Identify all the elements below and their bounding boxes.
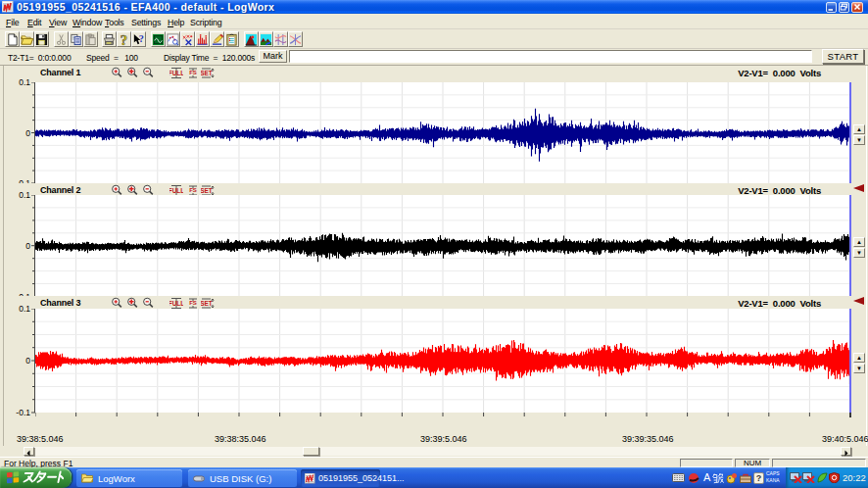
svg-text:SET: SET	[201, 186, 213, 193]
svg-text:SET: SET	[201, 300, 213, 307]
svg-text:?: ?	[121, 33, 127, 46]
svg-text:FULL: FULL	[169, 70, 183, 76]
svg-text:?: ?	[756, 473, 762, 483]
svg-text:SET: SET	[201, 70, 213, 76]
svg-text:FS: FS	[189, 300, 197, 306]
svg-text:FS: FS	[189, 187, 197, 193]
svg-text:FULL: FULL	[169, 186, 183, 193]
svg-text:FULL: FULL	[169, 300, 183, 307]
svg-text:?: ?	[139, 33, 144, 44]
svg-text:FS: FS	[189, 70, 197, 75]
